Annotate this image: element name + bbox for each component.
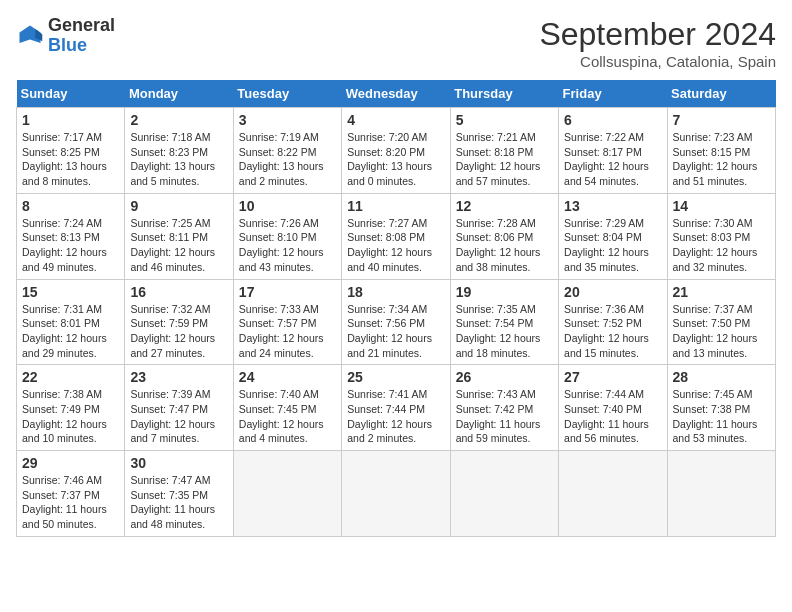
day-detail: Sunrise: 7:31 AM Sunset: 8:01 PM Dayligh… — [22, 302, 119, 361]
day-detail: Sunrise: 7:37 AM Sunset: 7:50 PM Dayligh… — [673, 302, 770, 361]
calendar-cell: 27 Sunrise: 7:44 AM Sunset: 7:40 PM Dayl… — [559, 365, 667, 451]
calendar-cell: 4 Sunrise: 7:20 AM Sunset: 8:20 PM Dayli… — [342, 108, 450, 194]
day-detail: Sunrise: 7:34 AM Sunset: 7:56 PM Dayligh… — [347, 302, 444, 361]
calendar-cell: 30 Sunrise: 7:47 AM Sunset: 7:35 PM Dayl… — [125, 451, 233, 537]
logo: General Blue — [16, 16, 115, 56]
logo-blue: Blue — [48, 36, 115, 56]
day-number: 13 — [564, 198, 661, 214]
day-number: 8 — [22, 198, 119, 214]
calendar-cell: 15 Sunrise: 7:31 AM Sunset: 8:01 PM Dayl… — [17, 279, 125, 365]
calendar-cell: 24 Sunrise: 7:40 AM Sunset: 7:45 PM Dayl… — [233, 365, 341, 451]
day-detail: Sunrise: 7:45 AM Sunset: 7:38 PM Dayligh… — [673, 387, 770, 446]
calendar-cell: 3 Sunrise: 7:19 AM Sunset: 8:22 PM Dayli… — [233, 108, 341, 194]
day-detail: Sunrise: 7:41 AM Sunset: 7:44 PM Dayligh… — [347, 387, 444, 446]
calendar-cell: 21 Sunrise: 7:37 AM Sunset: 7:50 PM Dayl… — [667, 279, 775, 365]
day-detail: Sunrise: 7:19 AM Sunset: 8:22 PM Dayligh… — [239, 130, 336, 189]
day-detail: Sunrise: 7:32 AM Sunset: 7:59 PM Dayligh… — [130, 302, 227, 361]
calendar-cell: 1 Sunrise: 7:17 AM Sunset: 8:25 PM Dayli… — [17, 108, 125, 194]
calendar-cell: 10 Sunrise: 7:26 AM Sunset: 8:10 PM Dayl… — [233, 193, 341, 279]
calendar-week-4: 22 Sunrise: 7:38 AM Sunset: 7:49 PM Dayl… — [17, 365, 776, 451]
day-number: 18 — [347, 284, 444, 300]
page-header: General Blue September 2024 Collsuspina,… — [16, 16, 776, 70]
day-number: 26 — [456, 369, 553, 385]
header-friday: Friday — [559, 80, 667, 108]
header-tuesday: Tuesday — [233, 80, 341, 108]
day-number: 15 — [22, 284, 119, 300]
calendar-cell — [450, 451, 558, 537]
day-number: 22 — [22, 369, 119, 385]
calendar-cell: 11 Sunrise: 7:27 AM Sunset: 8:08 PM Dayl… — [342, 193, 450, 279]
calendar-cell: 9 Sunrise: 7:25 AM Sunset: 8:11 PM Dayli… — [125, 193, 233, 279]
calendar-cell — [233, 451, 341, 537]
calendar-cell: 20 Sunrise: 7:36 AM Sunset: 7:52 PM Dayl… — [559, 279, 667, 365]
day-number: 25 — [347, 369, 444, 385]
day-detail: Sunrise: 7:18 AM Sunset: 8:23 PM Dayligh… — [130, 130, 227, 189]
day-number: 29 — [22, 455, 119, 471]
day-number: 12 — [456, 198, 553, 214]
day-number: 21 — [673, 284, 770, 300]
logo-text: General Blue — [48, 16, 115, 56]
day-number: 30 — [130, 455, 227, 471]
day-detail: Sunrise: 7:44 AM Sunset: 7:40 PM Dayligh… — [564, 387, 661, 446]
calendar-week-5: 29 Sunrise: 7:46 AM Sunset: 7:37 PM Dayl… — [17, 451, 776, 537]
header-wednesday: Wednesday — [342, 80, 450, 108]
day-number: 17 — [239, 284, 336, 300]
day-number: 28 — [673, 369, 770, 385]
day-number: 2 — [130, 112, 227, 128]
calendar-cell: 8 Sunrise: 7:24 AM Sunset: 8:13 PM Dayli… — [17, 193, 125, 279]
calendar-body: 1 Sunrise: 7:17 AM Sunset: 8:25 PM Dayli… — [17, 108, 776, 537]
calendar-week-1: 1 Sunrise: 7:17 AM Sunset: 8:25 PM Dayli… — [17, 108, 776, 194]
calendar-cell: 29 Sunrise: 7:46 AM Sunset: 7:37 PM Dayl… — [17, 451, 125, 537]
day-detail: Sunrise: 7:38 AM Sunset: 7:49 PM Dayligh… — [22, 387, 119, 446]
calendar-cell: 19 Sunrise: 7:35 AM Sunset: 7:54 PM Dayl… — [450, 279, 558, 365]
day-number: 23 — [130, 369, 227, 385]
calendar-cell: 22 Sunrise: 7:38 AM Sunset: 7:49 PM Dayl… — [17, 365, 125, 451]
day-detail: Sunrise: 7:25 AM Sunset: 8:11 PM Dayligh… — [130, 216, 227, 275]
day-number: 4 — [347, 112, 444, 128]
day-detail: Sunrise: 7:35 AM Sunset: 7:54 PM Dayligh… — [456, 302, 553, 361]
day-detail: Sunrise: 7:23 AM Sunset: 8:15 PM Dayligh… — [673, 130, 770, 189]
day-number: 20 — [564, 284, 661, 300]
calendar-cell: 18 Sunrise: 7:34 AM Sunset: 7:56 PM Dayl… — [342, 279, 450, 365]
calendar-table: Sunday Monday Tuesday Wednesday Thursday… — [16, 80, 776, 537]
day-detail: Sunrise: 7:39 AM Sunset: 7:47 PM Dayligh… — [130, 387, 227, 446]
day-number: 1 — [22, 112, 119, 128]
calendar-cell: 23 Sunrise: 7:39 AM Sunset: 7:47 PM Dayl… — [125, 365, 233, 451]
logo-general: General — [48, 16, 115, 36]
day-detail: Sunrise: 7:29 AM Sunset: 8:04 PM Dayligh… — [564, 216, 661, 275]
calendar-cell: 25 Sunrise: 7:41 AM Sunset: 7:44 PM Dayl… — [342, 365, 450, 451]
day-number: 27 — [564, 369, 661, 385]
day-detail: Sunrise: 7:46 AM Sunset: 7:37 PM Dayligh… — [22, 473, 119, 532]
calendar-cell: 14 Sunrise: 7:30 AM Sunset: 8:03 PM Dayl… — [667, 193, 775, 279]
header-thursday: Thursday — [450, 80, 558, 108]
day-detail: Sunrise: 7:30 AM Sunset: 8:03 PM Dayligh… — [673, 216, 770, 275]
calendar-week-3: 15 Sunrise: 7:31 AM Sunset: 8:01 PM Dayl… — [17, 279, 776, 365]
day-number: 19 — [456, 284, 553, 300]
calendar-cell — [667, 451, 775, 537]
day-detail: Sunrise: 7:43 AM Sunset: 7:42 PM Dayligh… — [456, 387, 553, 446]
day-number: 3 — [239, 112, 336, 128]
calendar-cell: 2 Sunrise: 7:18 AM Sunset: 8:23 PM Dayli… — [125, 108, 233, 194]
day-number: 9 — [130, 198, 227, 214]
calendar-cell: 5 Sunrise: 7:21 AM Sunset: 8:18 PM Dayli… — [450, 108, 558, 194]
calendar-cell: 17 Sunrise: 7:33 AM Sunset: 7:57 PM Dayl… — [233, 279, 341, 365]
calendar-cell: 13 Sunrise: 7:29 AM Sunset: 8:04 PM Dayl… — [559, 193, 667, 279]
header-row: Sunday Monday Tuesday Wednesday Thursday… — [17, 80, 776, 108]
header-sunday: Sunday — [17, 80, 125, 108]
day-number: 16 — [130, 284, 227, 300]
day-number: 24 — [239, 369, 336, 385]
calendar-cell: 26 Sunrise: 7:43 AM Sunset: 7:42 PM Dayl… — [450, 365, 558, 451]
day-detail: Sunrise: 7:27 AM Sunset: 8:08 PM Dayligh… — [347, 216, 444, 275]
calendar-cell — [342, 451, 450, 537]
title-block: September 2024 Collsuspina, Catalonia, S… — [539, 16, 776, 70]
calendar-header: Sunday Monday Tuesday Wednesday Thursday… — [17, 80, 776, 108]
calendar-cell: 7 Sunrise: 7:23 AM Sunset: 8:15 PM Dayli… — [667, 108, 775, 194]
day-detail: Sunrise: 7:36 AM Sunset: 7:52 PM Dayligh… — [564, 302, 661, 361]
location-subtitle: Collsuspina, Catalonia, Spain — [539, 53, 776, 70]
day-detail: Sunrise: 7:26 AM Sunset: 8:10 PM Dayligh… — [239, 216, 336, 275]
day-detail: Sunrise: 7:40 AM Sunset: 7:45 PM Dayligh… — [239, 387, 336, 446]
header-monday: Monday — [125, 80, 233, 108]
calendar-week-2: 8 Sunrise: 7:24 AM Sunset: 8:13 PM Dayli… — [17, 193, 776, 279]
calendar-cell: 12 Sunrise: 7:28 AM Sunset: 8:06 PM Dayl… — [450, 193, 558, 279]
day-number: 5 — [456, 112, 553, 128]
